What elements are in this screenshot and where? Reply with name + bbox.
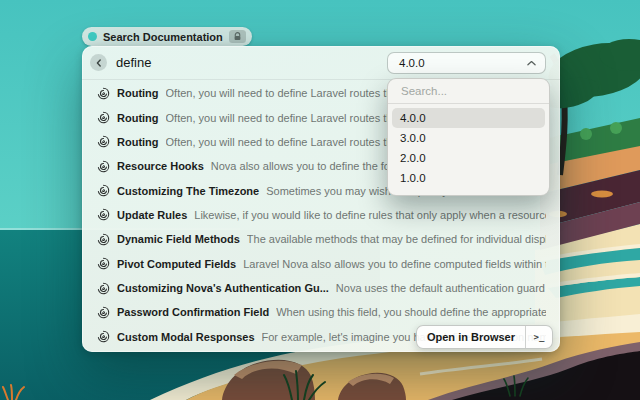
search-input[interactable]: define [116,55,151,70]
result-title: Routing [117,87,159,99]
result-title: Dynamic Field Methods [117,233,240,245]
search-header: define 4.0.0 [82,46,560,80]
result-row[interactable]: Customizing Nova's Authentication Gu... … [82,276,560,300]
result-description: Likewise, if you would like to define ru… [194,209,546,221]
open-in-browser-button[interactable]: Open in Browser [417,326,525,348]
result-description: When using this field, you should define… [276,306,546,318]
version-dropdown: 4.0.0 3.0.0 2.0.0 1.0.0 [387,78,550,196]
spiral-icon [97,184,110,197]
extension-dot-icon [88,32,97,41]
extension-badge[interactable]: Search Documentation [82,27,252,46]
bush [610,122,622,134]
spiral-icon [97,282,110,295]
spiral-icon [97,111,110,124]
extension-title: Search Documentation [103,31,223,43]
dropdown-option[interactable]: 2.0.0 [392,148,545,168]
cliff-shrub [591,191,613,198]
result-title: Routing [117,112,159,124]
result-row[interactable]: Dynamic Field Methods The available meth… [82,227,560,251]
spiral-icon [97,330,110,343]
spiral-icon [97,87,110,100]
footer-actions: Open in Browser >_ [416,325,553,349]
dropdown-search-input[interactable] [399,84,538,98]
result-row[interactable]: Password Confirmation Field When using t… [82,300,560,324]
result-title: Pivot Computed Fields [117,258,236,270]
result-row[interactable]: Update Rules Likewise, if you would like… [82,203,560,227]
version-select-button[interactable]: 4.0.0 [387,52,546,74]
desktop: Search Documentation define 4.0.0 [0,0,640,400]
chevron-up-icon [527,60,536,66]
dropdown-option[interactable]: 1.0.0 [392,168,545,188]
dropdown-search-row [388,79,549,104]
spiral-icon [97,233,110,246]
terminal-prompt-icon[interactable]: >_ [525,326,552,348]
spiral-icon [97,306,110,319]
result-description: The available methods that may be define… [247,233,546,245]
result-title: Customizing The Timezone [117,185,259,197]
spiral-icon [97,160,110,173]
result-title: Resource Hooks [117,160,204,172]
spiral-icon [97,135,110,148]
result-title: Customizing Nova's Authentication Gu... [117,282,329,294]
dropdown-option[interactable]: 3.0.0 [392,128,545,148]
result-title: Custom Modal Responses [117,331,255,343]
result-description: Nova uses the default authentication gua… [336,282,546,294]
spiral-icon [97,208,110,221]
dropdown-option[interactable]: 4.0.0 [392,108,545,128]
dropdown-options: 4.0.0 3.0.0 2.0.0 1.0.0 [388,104,549,192]
version-selected-value: 4.0.0 [399,57,425,69]
result-row[interactable]: Pivot Computed Fields Laravel Nova also … [82,252,560,276]
result-description: Laravel Nova also allows you to define c… [243,258,546,270]
bush [580,128,592,140]
back-button[interactable] [90,54,107,71]
search-panel: define 4.0.0 Routing Often, you will nee… [82,46,560,352]
result-title: Update Rules [117,209,187,221]
result-title: Routing [117,136,159,148]
lock-icon [229,30,246,43]
spiral-icon [97,257,110,270]
result-title: Password Confirmation Field [117,306,269,318]
